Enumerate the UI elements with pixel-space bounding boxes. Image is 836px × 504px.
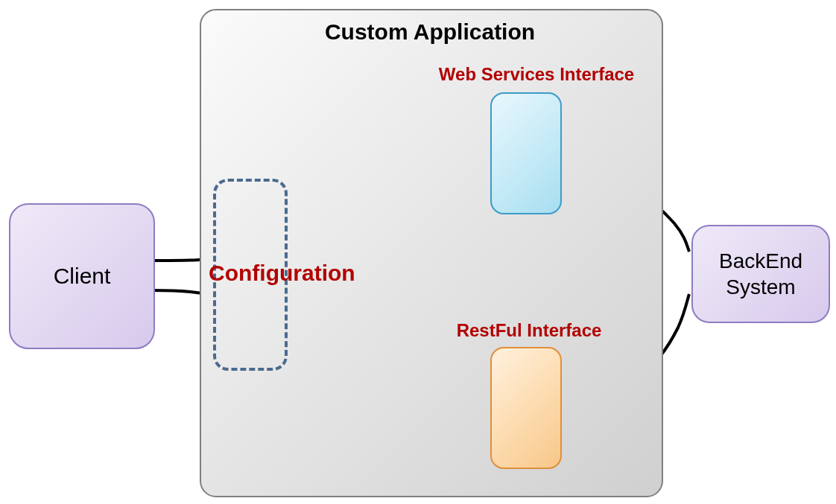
diagram-stage: Custom Application Client BackEnd System… <box>0 0 836 504</box>
web-services-label: Web Services Interface <box>417 64 656 85</box>
web-services-node <box>490 92 562 214</box>
client-node: Client <box>9 203 155 349</box>
configuration-label: Configuration <box>209 261 355 286</box>
restful-node <box>490 347 562 469</box>
restful-label: RestFul Interface <box>417 320 641 341</box>
backend-label: BackEnd System <box>693 248 829 300</box>
backend-node: BackEnd System <box>691 225 830 323</box>
client-label: Client <box>54 264 111 289</box>
custom-application-title: Custom Application <box>200 19 660 45</box>
